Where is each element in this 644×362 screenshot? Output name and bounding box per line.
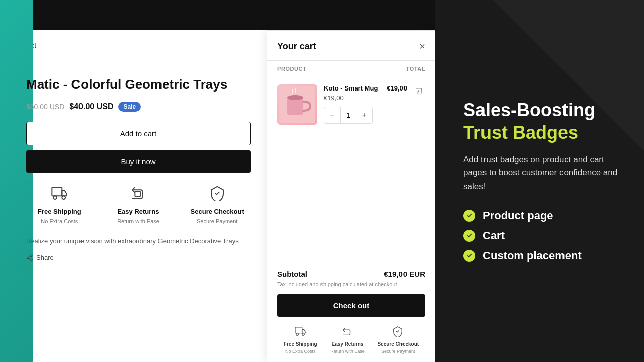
buy-it-now-button[interactable]: Buy it now — [26, 150, 251, 173]
subtotal-label: Subtotal — [277, 269, 307, 278]
check-icon-product — [463, 210, 475, 222]
svg-line-11 — [29, 256, 31, 257]
delete-item-button[interactable] — [413, 84, 425, 99]
svg-rect-15 — [295, 327, 302, 333]
top-bar — [0, 0, 435, 30]
product-info: Matic - Colorful Geometric Trays $60.00 … — [26, 76, 251, 261]
returns-icon — [130, 185, 146, 205]
price-row: $60.00 USD $40.00 USD Sale — [26, 102, 251, 112]
cart-returns-icon — [342, 326, 353, 339]
check-icon-custom — [463, 250, 475, 262]
cart-trust-returns-title: Easy Returns — [332, 341, 364, 347]
trash-icon — [415, 86, 423, 95]
cart-item-image — [277, 84, 317, 125]
svg-point-5 — [62, 196, 66, 199]
cart-trust-badge-returns: Easy Returns Return with Ease — [330, 326, 365, 354]
subtotal-value: €19,00 EUR — [384, 269, 425, 278]
store-content: Matic - Colorful Geometric Trays $60.00 … — [0, 60, 435, 362]
promo-feature-custom: Custom placement — [463, 249, 620, 262]
svg-rect-3 — [52, 187, 62, 196]
promo-heading-line1: Sales-Boosting — [463, 100, 620, 120]
cart-item-price: €19,00 — [324, 94, 378, 102]
cart-item-row: Koto - Smart Mug €19,00 €19,00 — [324, 84, 425, 107]
cart-items: Koto - Smart Mug €19,00 €19,00 — [267, 76, 435, 261]
mug-illustration — [279, 86, 315, 123]
cart-shipping-icon — [295, 326, 306, 339]
sale-badge: Sale — [118, 102, 141, 112]
trust-badge-shipping: Free Shipping No Extra Costs — [26, 185, 93, 224]
cart-col-product: PRODUCT — [277, 66, 306, 72]
promo-feature-product-label: Product page — [482, 209, 553, 222]
cart-item-total: €19,00 — [387, 84, 407, 92]
promo-features: Product page Cart Custom placement — [463, 209, 620, 262]
cart-columns: PRODUCT TOTAL — [267, 61, 435, 76]
svg-point-14 — [287, 95, 303, 100]
check-icon-cart — [463, 230, 475, 242]
trust-badge-returns: Easy Returns Return with Ease — [105, 185, 172, 224]
promo-feature-cart: Cart — [463, 229, 620, 242]
cart-col-total: TOTAL — [406, 66, 425, 72]
svg-rect-6 — [135, 191, 140, 197]
cart-trust-shipping-title: Free Shipping — [284, 341, 317, 347]
trust-badge-checkout-subtitle: Secure Payment — [197, 218, 237, 224]
cart-footer: Subtotal €19,00 EUR Tax included and shi… — [267, 261, 435, 362]
trust-badge-returns-subtitle: Return with Ease — [117, 218, 159, 224]
trust-badge-checkout-title: Secure Checkout — [191, 208, 244, 215]
promo-heading-line2: Trust Badges — [463, 122, 620, 143]
svg-point-7 — [31, 255, 33, 257]
cart-panel: Your cart × PRODUCT TOTAL — [267, 30, 435, 362]
trust-badge-checkout: Secure Checkout Secure Payment — [184, 185, 251, 224]
tax-note: Tax included and shipping calculated at … — [277, 281, 425, 287]
share-icon — [26, 254, 33, 261]
svg-rect-13 — [287, 98, 303, 115]
cart-close-button[interactable]: × — [419, 41, 425, 52]
trust-badge-shipping-subtitle: No Extra Costs — [41, 218, 78, 224]
qty-increase-button[interactable]: + — [356, 107, 372, 123]
svg-point-4 — [53, 196, 57, 199]
cart-trust-checkout-title: Secure Checkout — [377, 341, 419, 347]
cart-header: Your cart × — [267, 31, 435, 61]
promo-description: Add trust badges on product and cart pag… — [463, 153, 620, 193]
price-sale: $40.00 USD — [69, 102, 113, 111]
svg-point-8 — [27, 257, 29, 259]
qty-decrease-button[interactable]: − — [324, 107, 340, 123]
qty-control: − 1 + — [324, 107, 373, 124]
cart-trust-shipping-subtitle: No Extra Costs — [285, 349, 316, 354]
qty-value: 1 — [340, 107, 356, 123]
svg-point-16 — [296, 333, 299, 336]
svg-point-9 — [31, 259, 33, 261]
cart-item-info: Koto - Smart Mug €19,00 — [324, 84, 378, 107]
cart-trust-returns-subtitle: Return with Ease — [330, 349, 365, 354]
product-description: Realize your unique vision with extraord… — [26, 236, 251, 246]
cart-item-details: Koto - Smart Mug €19,00 €19,00 — [324, 84, 425, 124]
promo-panel: Sales-Boosting Trust Badges Add trust ba… — [435, 0, 644, 362]
promo-feature-custom-label: Custom placement — [482, 249, 582, 262]
promo-feature-product: Product page — [463, 209, 620, 222]
price-original: $60.00 USD — [26, 103, 64, 111]
svg-line-10 — [29, 258, 31, 259]
cart-trust-checkout-subtitle: Secure Payment — [381, 349, 415, 354]
promo-feature-cart-label: Cart — [482, 229, 505, 242]
cart-item: Koto - Smart Mug €19,00 €19,00 — [277, 84, 425, 125]
cart-trust-badges: Free Shipping No Extra Costs Easy Return… — [277, 324, 425, 354]
share-row[interactable]: Share — [26, 254, 251, 261]
product-area: Matic - Colorful Geometric Trays $60.00 … — [0, 60, 267, 362]
shipping-icon — [51, 185, 67, 205]
subtotal-row: Subtotal €19,00 EUR — [277, 269, 425, 278]
cart-checkout-icon — [392, 326, 404, 339]
cart-item-name: Koto - Smart Mug — [324, 84, 378, 92]
checkout-button[interactable]: Check out — [277, 294, 425, 317]
cart-trust-badge-shipping: Free Shipping No Extra Costs — [284, 326, 317, 354]
product-title: Matic - Colorful Geometric Trays — [26, 76, 251, 94]
trust-badge-returns-title: Easy Returns — [117, 208, 159, 215]
cart-trust-badge-checkout: Secure Checkout Secure Payment — [377, 326, 419, 354]
trust-badge-shipping-title: Free Shipping — [38, 208, 82, 215]
svg-point-17 — [302, 333, 305, 336]
product-trust-badges: Free Shipping No Extra Costs Easy Return… — [26, 185, 251, 224]
share-label: Share — [36, 254, 54, 261]
cart-title: Your cart — [277, 41, 316, 52]
checkout-icon — [209, 185, 225, 205]
store-panel: Contact Matic - Colorful Geometric Trays — [0, 0, 435, 362]
add-to-cart-button[interactable]: Add to cart — [26, 122, 251, 145]
